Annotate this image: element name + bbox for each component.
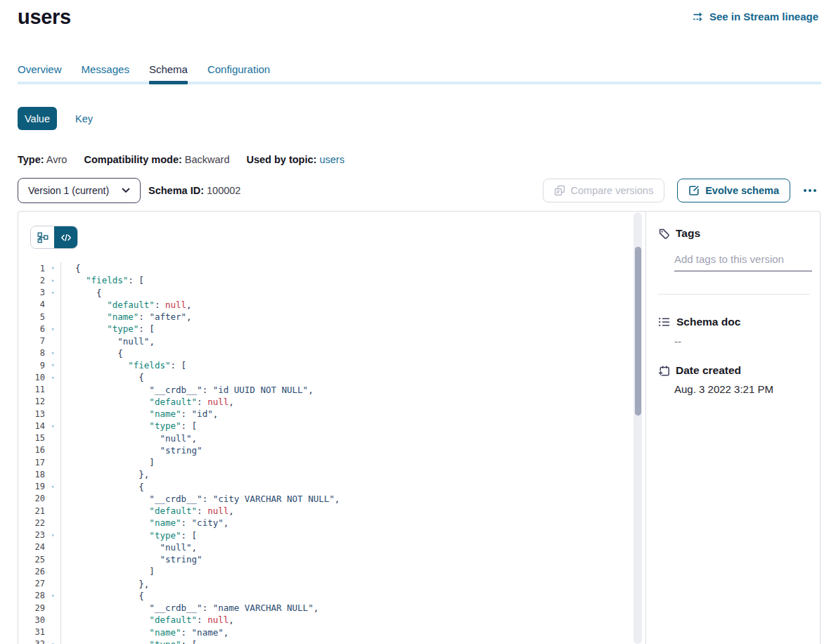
tag-icon <box>658 228 670 240</box>
compare-versions-button[interactable]: Compare versions <box>543 179 665 202</box>
schema-doc-section-header: Schema doc <box>658 316 740 328</box>
code-lines: 1▾{2▾ "fields": [3▾ {4 "default": null,5… <box>18 262 645 644</box>
schema-code-viewer: 1▾{2▾ "fields": [3▾ {4 "default": null,5… <box>18 212 645 644</box>
code-text: "name": "city", <box>60 517 229 529</box>
fold-arrow-icon[interactable]: ▾ <box>45 362 60 368</box>
line-number: 18 <box>18 470 45 479</box>
code-line: 23▾ "type": [ <box>18 529 645 541</box>
line-number: 26 <box>18 567 45 577</box>
evolve-schema-label: Evolve schema <box>705 185 779 196</box>
code-text: "null", <box>60 335 155 347</box>
code-line: 22 "name": "city", <box>18 517 645 529</box>
code-text: { <box>60 262 81 274</box>
line-number: 4 <box>18 300 45 309</box>
fold-arrow-icon[interactable]: ▾ <box>45 265 60 271</box>
line-number: 11 <box>18 385 45 394</box>
code-line: 17 ] <box>18 456 645 468</box>
code-text: "name": "id", <box>60 408 218 420</box>
line-number: 16 <box>18 445 45 455</box>
fold-arrow-icon[interactable]: ▾ <box>45 593 60 599</box>
code-text: "string" <box>60 444 202 456</box>
code-line: 11 "__crdb__": "id UUID NOT NULL", <box>18 384 645 396</box>
code-view-button[interactable] <box>54 226 77 248</box>
edit-icon <box>688 185 700 196</box>
scrollbar-thumb[interactable] <box>635 247 641 416</box>
fold-arrow-icon[interactable]: ▾ <box>45 641 60 644</box>
schema-meta-row: Type: Avro Compatibility mode: Backward … <box>18 154 345 165</box>
line-number: 8 <box>18 348 45 358</box>
code-line: 6▾ "type": [ <box>18 323 645 335</box>
line-number: 28 <box>18 591 45 600</box>
stream-lineage-label: See in Stream lineage <box>709 11 818 22</box>
type-label: Type: <box>18 154 44 165</box>
code-line: 2▾ "fields": [ <box>18 274 645 286</box>
version-select[interactable]: Version 1 (current) <box>18 178 141 203</box>
line-number: 17 <box>18 458 45 468</box>
code-text: ] <box>60 565 155 577</box>
line-number: 32 <box>18 639 45 644</box>
code-text: "fields": [ <box>60 274 144 286</box>
code-line: 31 "name": "name", <box>18 626 645 638</box>
tab-overview[interactable]: Overview <box>18 63 62 82</box>
code-line: 19▾ { <box>18 481 645 493</box>
line-number: 12 <box>18 397 45 406</box>
code-line: 1▾{ <box>18 262 645 274</box>
page-title: users <box>18 6 71 29</box>
code-text: { <box>60 347 123 359</box>
key-toggle-button[interactable]: Key <box>75 113 93 124</box>
tab-messages[interactable]: Messages <box>82 63 129 82</box>
topic-link[interactable]: users <box>319 154 344 165</box>
line-number: 22 <box>18 518 45 528</box>
version-select-value: Version 1 (current) <box>28 185 109 196</box>
line-number: 7 <box>18 336 45 346</box>
line-number: 5 <box>18 312 45 322</box>
code-text: "__crdb__": "name VARCHAR NULL", <box>60 602 319 614</box>
fold-arrow-icon[interactable]: ▾ <box>45 278 60 284</box>
tree-view-button[interactable] <box>31 226 54 248</box>
code-line: 10▾ { <box>18 371 645 383</box>
fold-arrow-icon[interactable]: ▾ <box>45 326 60 333</box>
value-toggle-button[interactable]: Value <box>18 107 57 130</box>
code-text: "string" <box>60 553 202 565</box>
code-line: 4 "default": null, <box>18 299 645 311</box>
schema-id-value: 100002 <box>207 185 240 196</box>
line-number: 20 <box>18 494 45 503</box>
fold-arrow-icon[interactable]: ▾ <box>45 350 60 356</box>
line-number: 15 <box>18 433 45 443</box>
line-number: 13 <box>18 409 45 419</box>
code-text: "fields": [ <box>60 359 186 371</box>
type-value: Avro <box>46 154 67 165</box>
tab-configuration[interactable]: Configuration <box>207 63 270 82</box>
tree-view-icon <box>37 232 49 243</box>
more-options-button[interactable] <box>799 179 821 202</box>
fold-arrow-icon[interactable]: ▾ <box>45 290 60 296</box>
code-line: 25 "string" <box>18 553 645 565</box>
list-icon <box>658 316 671 328</box>
date-created-section-header: Date created <box>658 364 741 377</box>
fold-arrow-icon[interactable]: ▾ <box>45 484 60 490</box>
stream-lineage-icon <box>693 11 705 22</box>
code-text: "__crdb__": "city VARCHAR NOT NULL", <box>60 493 340 505</box>
evolve-schema-button[interactable]: Evolve schema <box>677 179 790 202</box>
code-line: 12 "default": null, <box>18 396 645 408</box>
used-by-topic-field: Used by topic: users <box>246 154 344 165</box>
fold-arrow-icon[interactable]: ▾ <box>45 375 60 381</box>
tab-schema[interactable]: Schema <box>149 63 188 82</box>
fold-arrow-icon[interactable]: ▾ <box>45 532 60 539</box>
code-text: "type": [ <box>60 529 197 541</box>
compatibility-label: Compatibility mode: <box>84 154 181 165</box>
code-text: "type": [ <box>60 638 197 644</box>
code-line: 16 "string" <box>18 444 645 456</box>
value-key-toggle: Value Key <box>18 107 93 130</box>
code-text: { <box>60 481 144 493</box>
fold-arrow-icon[interactable]: ▾ <box>45 423 60 430</box>
stream-lineage-link[interactable]: See in Stream lineage <box>693 11 818 22</box>
code-text: "type": [ <box>60 420 197 432</box>
line-number: 25 <box>18 555 45 565</box>
compare-icon <box>554 185 565 196</box>
type-field: Type: Avro <box>18 154 67 165</box>
code-line: 18 }, <box>18 468 645 480</box>
add-tags-input[interactable] <box>674 250 812 271</box>
code-line: 28▾ { <box>18 590 645 602</box>
line-number: 10 <box>18 373 45 382</box>
